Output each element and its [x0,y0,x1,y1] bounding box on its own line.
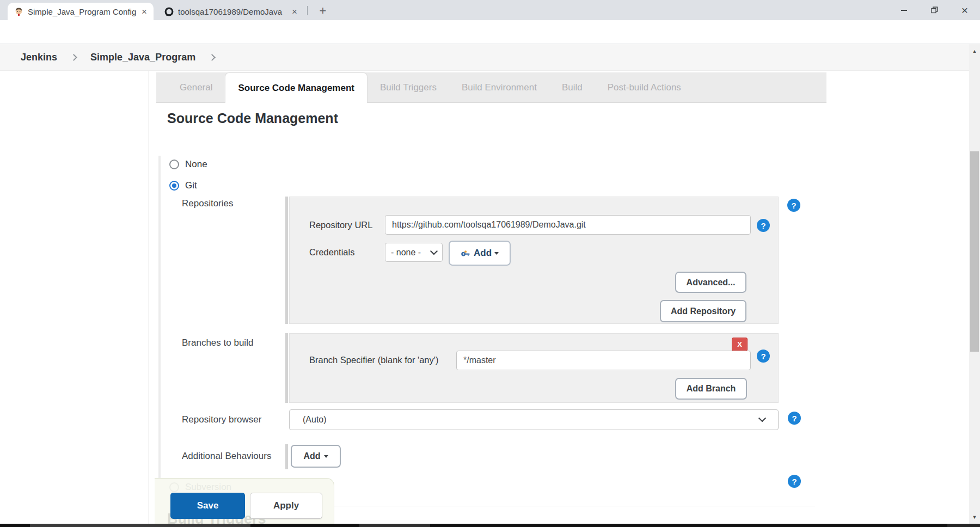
repository-browser-value: (Auto) [303,415,327,425]
additional-behaviours-label: Additional Behaviours [182,451,271,462]
chevron-right-icon [209,54,216,61]
tab-post-build-actions[interactable]: Post-build Actions [595,72,694,102]
bottom-edge-segment [30,524,250,527]
repository-browser-label: Repository browser [182,414,261,425]
bottom-edge-segment [359,524,430,527]
scroll-up-icon[interactable]: ▲ [969,46,980,57]
browser-tab-github[interactable]: toolsqa17061989/DemoJava × [158,3,304,20]
tab-title: toolsqa17061989/DemoJava [178,7,286,16]
tab-source-code-management[interactable]: Source Code Management [225,72,367,103]
repositories-label: Repositories [182,198,234,209]
help-icon[interactable]: ? [788,412,801,425]
breadcrumb: Jenkins Simple_Java_Program [0,44,980,71]
help-icon[interactable]: ? [787,199,800,212]
tab-build-triggers[interactable]: Build Triggers [367,72,449,102]
content-divider [148,71,149,524]
add-behaviour-label: Add [303,451,320,461]
chevron-down-icon [758,414,766,422]
tab-title: Simple_Java_Program Config [Jen [28,7,136,16]
jenkins-favicon-icon [14,7,23,16]
section-rule [158,156,161,478]
scrollbar-thumb[interactable] [970,151,979,352]
tab-divider [307,6,308,15]
tab-build-environment[interactable]: Build Environment [449,72,549,102]
section-heading: Source Code Management [167,111,338,126]
section-divider [289,506,815,506]
scroll-down-icon[interactable]: ▼ [969,512,980,523]
chevron-down-icon [430,247,438,255]
new-tab-button[interactable]: + [315,3,331,19]
repository-browser-select[interactable]: (Auto) [289,409,779,430]
close-tab-icon[interactable]: × [140,7,148,16]
radio-none[interactable] [169,160,179,169]
repository-url-label: Repository URL [309,220,372,230]
save-button[interactable]: Save [170,493,245,519]
help-icon[interactable]: ? [788,475,801,488]
restore-icon [931,7,938,14]
drag-handle[interactable] [285,444,288,469]
screen: Simple_Java_Program Config [Jen × toolsq… [0,0,980,527]
config-tab-strip: General Source Code Management Build Tri… [156,72,826,103]
bottom-edge-segment [947,524,980,527]
breadcrumb-job[interactable]: Simple_Java_Program [90,52,195,63]
add-behaviour-button[interactable]: Add [291,445,341,468]
apply-button[interactable]: Apply [250,493,322,519]
repository-url-input[interactable] [385,215,751,235]
help-icon[interactable]: ? [757,350,770,363]
radio-git[interactable] [169,181,179,191]
browser-tab-jenkins-config[interactable]: Simple_Java_Program Config [Jen × [8,3,154,20]
credentials-label: Credentials [309,247,354,258]
radio-none-label: None [185,159,207,170]
add-credentials-button[interactable]: Add [449,241,511,266]
address-bar: ← → localhost:8080/job/Simple_Java_Progr… [0,20,980,44]
credentials-value: - none - [391,248,421,258]
tab-build[interactable]: Build [549,72,595,102]
window-controls: × [889,0,980,20]
dropdown-caret-icon [324,455,328,458]
key-icon [461,249,471,258]
add-credentials-label: Add [474,248,492,259]
branch-specifier-label: Branch Specifier (blank for 'any') [309,355,438,365]
close-tab-icon[interactable]: × [291,7,298,16]
minimize-icon [901,10,907,11]
advanced-button[interactable]: Advanced... [675,272,746,293]
help-icon[interactable]: ? [757,219,770,232]
add-branch-button[interactable]: Add Branch [675,378,747,400]
add-repository-button[interactable]: Add Repository [660,300,746,322]
drag-handle[interactable] [285,197,288,324]
close-window-button[interactable]: × [950,0,980,20]
credentials-select[interactable]: - none - [385,243,443,262]
branches-label: Branches to build [182,338,253,348]
tab-general[interactable]: General [167,72,225,102]
drag-handle[interactable] [285,333,288,403]
radio-git-label: Git [185,180,197,191]
restore-button[interactable] [919,0,950,20]
minimize-button[interactable] [889,0,919,20]
breadcrumb-jenkins[interactable]: Jenkins [21,52,57,63]
branch-specifier-input[interactable] [456,351,751,370]
delete-branch-button[interactable]: X [732,338,748,351]
browser-tab-bar: Simple_Java_Program Config [Jen × toolsq… [0,0,980,20]
github-favicon-icon [164,7,174,16]
dropdown-caret-icon [494,252,499,255]
chevron-right-icon [70,54,77,61]
